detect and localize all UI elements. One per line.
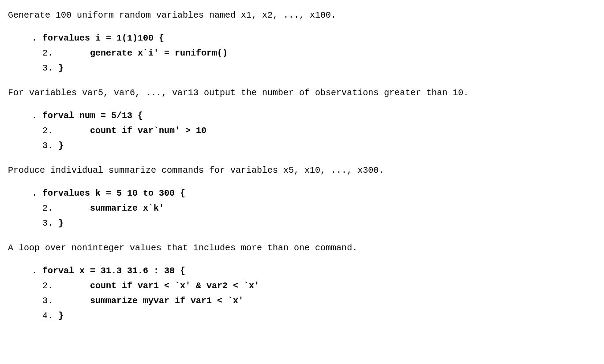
code-block: . forval x = 31.3 31.6 : 38 { 2. count i… [32,264,596,323]
line-prefix: 2. [32,126,90,136]
code-block: . forvalues i = 1(1)100 { 2. generate x`… [32,31,596,76]
code-line: 2. summarize x`k' [32,201,596,216]
code-line: 2. count if var1 < `x' & var2 < `x' [32,279,596,293]
code-text: count if var`num' > 10 [90,126,206,136]
code-text: forval num = 5/13 { [42,111,143,121]
line-prefix: . [32,188,42,198]
code-line: 2. generate x`i' = runiform() [32,46,596,61]
line-prefix: 3. [32,63,58,73]
code-line: 2. count if var`num' > 10 [32,123,596,138]
code-block: . forval num = 5/13 { 2. count if var`nu… [32,108,596,153]
code-block: . forvalues k = 5 10 to 300 { 2. summari… [32,186,596,231]
code-line: 3. } [32,61,596,76]
description-text: A loop over noninteger values that inclu… [8,241,596,256]
line-prefix: 3. [32,218,58,228]
code-text: } [58,218,64,228]
description-text: Produce individual summarize commands fo… [8,163,596,178]
code-text: summarize x`k' [90,203,164,213]
code-line: 3. } [32,216,596,231]
code-text: summarize myvar if var1 < `x' [90,296,244,306]
line-prefix: 2. [32,281,90,291]
code-line: 4. } [32,308,596,323]
line-prefix: 4. [32,311,58,321]
line-prefix: 3. [32,296,90,306]
code-text: } [58,63,64,73]
code-line: 3. summarize myvar if var1 < `x' [32,293,596,308]
description-text: For variables var5, var6, ..., var13 out… [8,85,596,100]
code-text: forval x = 31.3 31.6 : 38 { [42,266,185,276]
line-prefix: . [32,266,42,276]
code-line: . forval x = 31.3 31.6 : 38 { [32,264,596,279]
code-line: . forvalues i = 1(1)100 { [32,31,596,46]
code-text: generate x`i' = runiform() [90,48,228,58]
code-text: forvalues i = 1(1)100 { [42,33,164,43]
line-prefix: 3. [32,141,58,151]
code-text: count if var1 < `x' & var2 < `x' [90,281,259,291]
description-text: Generate 100 uniform random variables na… [8,8,596,23]
code-text: forvalues k = 5 10 to 300 { [42,188,185,198]
code-text: } [58,141,64,151]
code-text: } [58,311,64,321]
line-prefix: . [32,111,42,121]
line-prefix: 2. [32,48,90,58]
code-line: . forval num = 5/13 { [32,108,596,123]
line-prefix: 2. [32,203,90,213]
code-line: 3. } [32,138,596,153]
code-line: . forvalues k = 5 10 to 300 { [32,186,596,201]
line-prefix: . [32,33,42,43]
